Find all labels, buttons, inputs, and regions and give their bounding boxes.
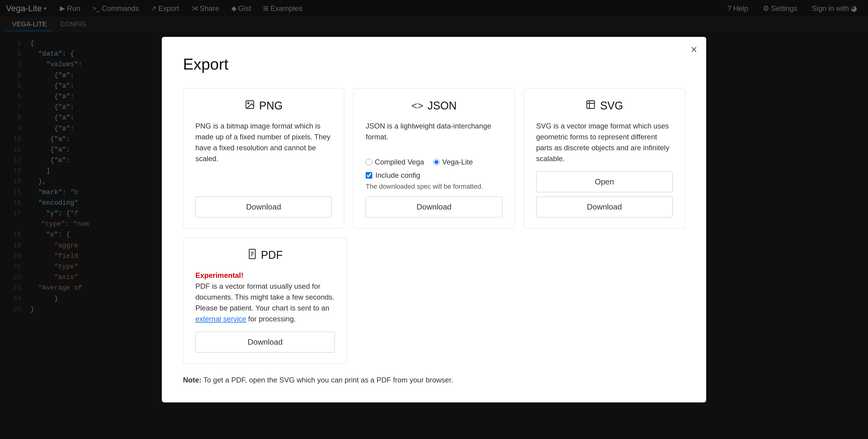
pdf-description: Experimental! PDF is a vector format usu… xyxy=(195,270,335,324)
png-title: PNG xyxy=(259,99,283,112)
modal-close-button[interactable]: × xyxy=(691,44,697,55)
png-card-header: PNG xyxy=(195,99,332,112)
pdf-title: PDF xyxy=(261,249,283,261)
png-description: PNG is a bitmap image format which is ma… xyxy=(195,121,332,189)
note-text: To get a PDF, open the SVG which you can… xyxy=(204,376,453,384)
png-download-button[interactable]: Download xyxy=(195,196,332,217)
json-radio-group: Compiled Vega Vega-Lite xyxy=(366,158,502,166)
cards-top-row: PNG PNG is a bitmap image format which i… xyxy=(183,88,685,228)
include-config-checkbox[interactable] xyxy=(366,172,372,179)
vega-lite-label: Vega-Lite xyxy=(442,158,473,166)
modal-title: Export xyxy=(183,55,685,73)
pdf-card-header: PDF xyxy=(195,249,335,261)
include-config-label: Include config xyxy=(375,171,420,180)
json-icon: <> xyxy=(411,100,424,112)
vega-lite-radio[interactable] xyxy=(433,159,440,165)
cards-bottom-row: PDF Experimental! PDF is a vector format… xyxy=(183,238,685,364)
json-download-button[interactable]: Download xyxy=(366,196,502,217)
vega-lite-radio-label[interactable]: Vega-Lite xyxy=(433,158,473,166)
modal-bottom-note: Note: To get a PDF, open the SVG which y… xyxy=(183,376,685,384)
svg-open-button[interactable]: Open xyxy=(536,171,673,192)
png-card: PNG PNG is a bitmap image format which i… xyxy=(183,88,344,228)
pdf-download-button[interactable]: Download xyxy=(195,332,335,352)
json-note: The downloaded spec will be formatted. xyxy=(366,183,502,190)
json-title: JSON xyxy=(428,99,457,112)
svg-description: SVG is a vector image format which uses … xyxy=(536,121,673,164)
json-card: <> JSON JSON is a lightweight data-inter… xyxy=(353,88,515,228)
svg-card-header: SVG xyxy=(536,99,673,112)
svg-download-button[interactable]: Download xyxy=(536,196,673,217)
compiled-vega-label: Compiled Vega xyxy=(375,158,424,166)
note-prefix: Note: xyxy=(183,376,202,384)
json-description: JSON is a lightweight data-interchange f… xyxy=(366,121,502,151)
svg-card: SVG SVG is a vector image format which u… xyxy=(524,88,685,228)
include-config-checkbox-label[interactable]: Include config xyxy=(366,171,502,180)
json-card-header: <> JSON xyxy=(366,99,502,112)
pdf-card: PDF Experimental! PDF is a vector format… xyxy=(183,238,347,364)
experimental-label: Experimental! xyxy=(195,271,244,279)
svg-title: SVG xyxy=(600,99,623,112)
compiled-vega-radio-label[interactable]: Compiled Vega xyxy=(366,158,424,166)
modal-overlay[interactable]: × Export PNG PNG is a bitmap image forma… xyxy=(0,0,868,439)
compiled-vega-radio[interactable] xyxy=(366,159,372,165)
svg-icon xyxy=(586,99,596,112)
png-icon xyxy=(245,99,255,112)
pdf-icon xyxy=(248,249,257,261)
export-modal: × Export PNG PNG is a bitmap image forma… xyxy=(162,37,706,402)
external-service-link[interactable]: external service xyxy=(195,315,246,323)
svg-point-1 xyxy=(248,102,249,103)
